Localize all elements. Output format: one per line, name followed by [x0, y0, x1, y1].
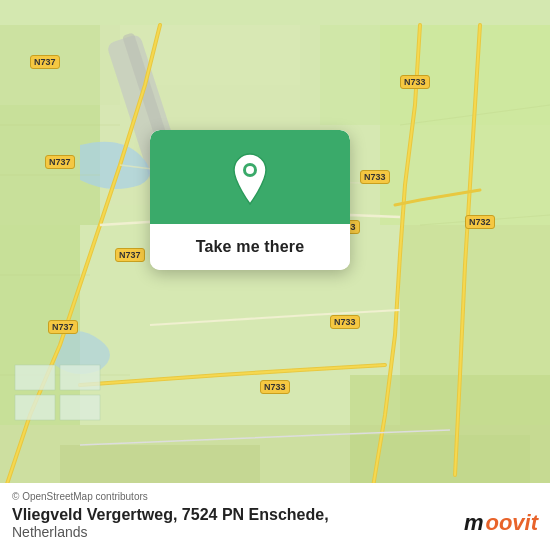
map-svg [0, 0, 550, 550]
road-badge: N733 [330, 315, 360, 329]
moovit-logo: moovit [464, 510, 538, 536]
svg-rect-21 [15, 365, 55, 390]
road-badge: N732 [465, 215, 495, 229]
road-badge: N737 [30, 55, 60, 69]
road-badge: N733 [360, 170, 390, 184]
attribution-text: © OpenStreetMap contributors [12, 491, 148, 502]
moovit-m: m [464, 510, 484, 536]
road-badge: N737 [115, 248, 145, 262]
location-pin-icon [228, 152, 272, 206]
location-subtitle: Netherlands [12, 524, 538, 540]
svg-rect-24 [60, 395, 100, 420]
location-title: Vliegveld Vergertweg, 7524 PN Enschede, [12, 506, 538, 524]
svg-rect-22 [15, 395, 55, 420]
road-badge: N737 [48, 320, 78, 334]
road-badge: N733 [260, 380, 290, 394]
map-container: N737N737N737N737N733N733N733N733N733N732… [0, 0, 550, 550]
road-badge: N737 [45, 155, 75, 169]
popup-header [150, 130, 350, 224]
svg-point-26 [246, 166, 254, 174]
svg-rect-23 [60, 365, 100, 390]
moovit-oovit: oovit [485, 510, 538, 536]
popup-card: Take me there [150, 130, 350, 270]
attribution: © OpenStreetMap contributors [12, 491, 538, 502]
road-badge: N733 [400, 75, 430, 89]
take-me-there-button[interactable]: Take me there [150, 224, 350, 270]
